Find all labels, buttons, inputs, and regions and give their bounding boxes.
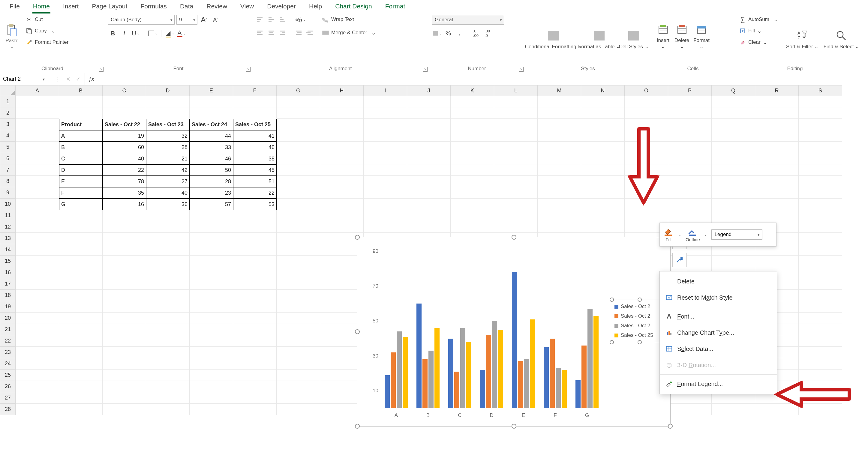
row-header[interactable]: 17	[0, 278, 16, 290]
cell[interactable]: 33	[190, 142, 233, 153]
cell[interactable]	[190, 404, 233, 415]
cell[interactable]	[799, 290, 842, 301]
cell[interactable]	[190, 221, 233, 233]
cell[interactable]	[538, 130, 581, 142]
cell[interactable]	[103, 313, 146, 324]
cell[interactable]	[146, 381, 190, 392]
cell[interactable]	[799, 164, 842, 176]
cell[interactable]: 19	[103, 130, 146, 142]
cell[interactable]	[103, 392, 146, 404]
border-button[interactable]: ⌄	[148, 29, 157, 38]
cell[interactable]	[799, 221, 842, 233]
cell[interactable]	[407, 96, 451, 107]
increase-font-button[interactable]: A^	[199, 15, 209, 24]
cell[interactable]	[625, 164, 668, 176]
chart-bar[interactable]	[460, 328, 465, 408]
cell[interactable]: 40	[103, 153, 146, 164]
chart-bar[interactable]	[530, 319, 535, 408]
cell[interactable]	[103, 244, 146, 255]
cell[interactable]	[146, 267, 190, 278]
ribbon-tab-file[interactable]: File	[4, 0, 26, 13]
cell[interactable]	[59, 233, 103, 244]
cell[interactable]	[799, 244, 842, 255]
font-color-button[interactable]: A⌄	[177, 29, 186, 38]
formula-options-icon[interactable]: ⋮	[55, 76, 61, 83]
chart-bar[interactable]	[466, 342, 471, 408]
chart-bar[interactable]	[518, 361, 523, 408]
cell[interactable]: 35	[103, 187, 146, 198]
cell[interactable]: 40	[146, 187, 190, 198]
cell[interactable]	[103, 370, 146, 381]
cell[interactable]	[59, 358, 103, 370]
cell[interactable]	[712, 187, 755, 198]
cell[interactable]	[494, 198, 538, 210]
cell[interactable]	[103, 301, 146, 313]
cell[interactable]	[712, 210, 755, 221]
cell[interactable]: Sales - Oct 22	[103, 119, 146, 130]
legend-item[interactable]: Sales - Oct 2	[614, 311, 665, 321]
cell[interactable]	[233, 392, 277, 404]
column-header[interactable]: S	[799, 85, 842, 96]
ribbon-tab-data[interactable]: Data	[174, 0, 199, 13]
cell[interactable]	[625, 153, 668, 164]
cell[interactable]	[277, 210, 320, 221]
cell[interactable]	[755, 107, 799, 119]
cell[interactable]	[364, 187, 407, 198]
cell[interactable]	[581, 130, 625, 142]
cell[interactable]	[146, 301, 190, 313]
chart-bar[interactable]	[492, 321, 497, 408]
cell[interactable]	[364, 198, 407, 210]
ribbon-tab-home[interactable]: Home	[27, 0, 56, 13]
cell[interactable]	[625, 198, 668, 210]
chart-resize-handle[interactable]	[355, 235, 360, 240]
chart-legend[interactable]: Sales - Oct 2Sales - Oct 2Sales - Oct 2S…	[612, 300, 667, 342]
cell[interactable]	[668, 142, 712, 153]
cell[interactable]	[364, 130, 407, 142]
cell[interactable]: 60	[103, 142, 146, 153]
ribbon-tab-developer[interactable]: Developer	[261, 0, 302, 13]
cell[interactable]: 50	[190, 164, 233, 176]
cell[interactable]	[581, 176, 625, 187]
cell[interactable]	[277, 107, 320, 119]
cell[interactable]	[277, 96, 320, 107]
column-header[interactable]: N	[581, 85, 625, 96]
cell[interactable]	[799, 255, 842, 267]
row-header[interactable]: 25	[0, 370, 16, 381]
cell[interactable]	[799, 404, 842, 415]
name-box[interactable]: ▾	[0, 76, 51, 82]
cell[interactable]	[494, 187, 538, 198]
cell[interactable]	[16, 130, 59, 142]
cell[interactable]	[451, 119, 494, 130]
cell[interactable]	[712, 142, 755, 153]
cell[interactable]	[233, 301, 277, 313]
cell[interactable]	[233, 278, 277, 290]
clipboard-dialog-launcher[interactable]: ↘	[99, 67, 103, 72]
row-header[interactable]: 21	[0, 324, 16, 335]
cell[interactable]: 78	[103, 176, 146, 187]
chart-bar[interactable]	[486, 335, 491, 408]
cell[interactable]	[581, 198, 625, 210]
row-header[interactable]: 6	[0, 153, 16, 164]
cell[interactable]: D	[59, 164, 103, 176]
name-box-input[interactable]	[0, 76, 39, 82]
cell[interactable]	[16, 119, 59, 130]
cell[interactable]	[103, 210, 146, 221]
cell[interactable]	[59, 210, 103, 221]
cell[interactable]	[364, 96, 407, 107]
column-header[interactable]: G	[277, 85, 320, 96]
cell[interactable]	[364, 221, 407, 233]
cell[interactable]	[451, 96, 494, 107]
cell[interactable]	[16, 176, 59, 187]
cell[interactable]	[16, 221, 59, 233]
cell[interactable]	[625, 187, 668, 198]
chart-bar[interactable]	[550, 339, 555, 408]
cell[interactable]	[146, 370, 190, 381]
cell[interactable]	[16, 301, 59, 313]
cell[interactable]	[16, 324, 59, 335]
cell[interactable]	[190, 267, 233, 278]
cell[interactable]	[799, 119, 842, 130]
font-family-select[interactable]: Calibri (Body)	[108, 15, 175, 25]
cell[interactable]	[233, 313, 277, 324]
cell[interactable]	[581, 142, 625, 153]
cell[interactable]	[581, 119, 625, 130]
